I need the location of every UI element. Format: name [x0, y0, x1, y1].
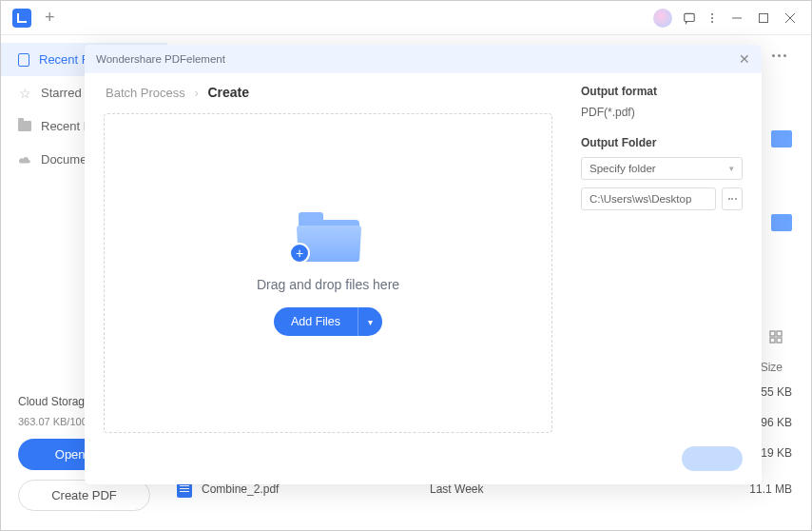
svg-rect-0 — [685, 13, 695, 21]
svg-rect-2 — [760, 13, 768, 22]
svg-rect-8 — [777, 338, 782, 343]
comment-icon[interactable] — [678, 7, 701, 30]
add-files-dropdown-button[interactable]: ▾ — [358, 307, 382, 336]
size-column-header: Size — [761, 361, 783, 374]
cloud-icon — [18, 153, 31, 167]
file-size: 11.1 MB — [749, 482, 792, 496]
browse-folder-button[interactable] — [722, 187, 743, 210]
modal-title: Wondershare PDFelement — [96, 53, 225, 65]
output-folder-input[interactable] — [581, 187, 716, 210]
folder-mode-select[interactable]: Specify folder ▾ — [581, 157, 743, 180]
modal-header: Wondershare PDFelement ✕ — [85, 45, 762, 73]
folder-illustration-icon: + — [295, 210, 361, 262]
svg-rect-6 — [777, 331, 782, 336]
titlebar: + — [1, 1, 811, 35]
add-files-button[interactable]: Add Files — [274, 307, 358, 336]
breadcrumb: Batch Process › Create — [104, 85, 552, 100]
grid-view-icon[interactable] — [769, 330, 783, 344]
output-format-value: PDF(*.pdf) — [581, 106, 743, 119]
more-menu-button[interactable] — [701, 7, 724, 30]
content-more-button[interactable] — [772, 54, 786, 57]
chevron-right-icon: › — [194, 86, 198, 100]
close-button[interactable] — [777, 7, 803, 30]
maximize-button[interactable] — [750, 7, 777, 30]
minimize-button[interactable] — [724, 7, 750, 30]
star-icon: ☆ — [18, 87, 31, 100]
folder-icon — [18, 121, 31, 131]
svg-rect-5 — [770, 331, 775, 336]
app-logo-icon — [12, 9, 31, 28]
file-thumbnail[interactable] — [771, 130, 792, 148]
file-thumbnail[interactable] — [771, 214, 792, 231]
file-date: Last Week — [430, 482, 601, 496]
chevron-down-icon: ▾ — [729, 164, 734, 173]
new-tab-button[interactable]: + — [45, 8, 55, 28]
file-dropzone[interactable]: + Drag and drop files here Add Files ▾ — [104, 113, 552, 433]
output-folder-label: Output Folder — [581, 136, 743, 149]
plus-badge-icon: + — [289, 243, 310, 264]
breadcrumb-parent[interactable]: Batch Process — [106, 86, 185, 100]
batch-process-modal: Wondershare PDFelement ✕ Batch Process ›… — [85, 45, 762, 484]
file-name: Combine_2.pdf — [202, 482, 430, 496]
file-icon — [18, 53, 29, 67]
modal-close-button[interactable]: ✕ — [739, 51, 750, 67]
svg-rect-7 — [770, 338, 775, 343]
apply-button[interactable] — [682, 446, 743, 471]
select-value: Specify folder — [590, 163, 656, 174]
breadcrumb-current: Create — [207, 85, 249, 100]
user-avatar[interactable] — [653, 9, 672, 28]
dropzone-text: Drag and drop files here — [257, 277, 399, 292]
output-format-label: Output format — [581, 85, 743, 98]
